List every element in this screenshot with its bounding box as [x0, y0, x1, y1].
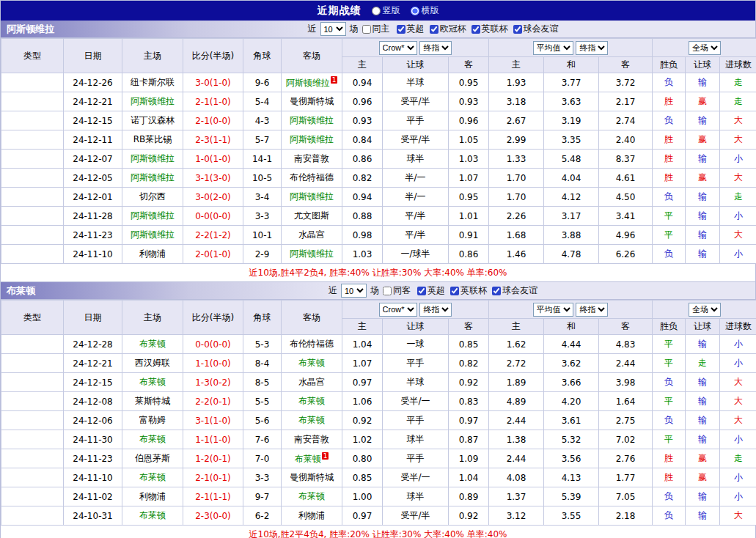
competition-checkbox[interactable] [450, 287, 459, 295]
away-team[interactable]: 尤文图斯 [294, 210, 329, 221]
home-team[interactable]: 布莱顿 [139, 472, 166, 482]
matches-tbody: 英超24-12-26纽卡斯尔联3-0(1-0)9-6阿斯顿维拉10.94半球0.… [1, 73, 756, 264]
same-venue-filter[interactable]: 同客 [383, 284, 411, 297]
layout-horizontal-option[interactable]: 横版 [411, 4, 439, 17]
competition-filter[interactable]: 欧冠杯 [430, 23, 466, 35]
match-count-select[interactable]: 10 [341, 284, 367, 298]
euro-draw-odds: 4.12 [544, 188, 599, 207]
euro-final-odds-select[interactable]: 终指 [576, 303, 608, 317]
result-handicap: 输 [686, 487, 720, 506]
away-team[interactable]: 利物浦 [298, 510, 325, 520]
corner-score: 5-4 [243, 92, 282, 111]
euro-odds-header: 平均值 终指 [489, 39, 653, 57]
asia-final-odds-select[interactable]: 终指 [419, 41, 452, 55]
home-team[interactable]: 纽卡斯尔联 [131, 77, 175, 87]
home-team[interactable]: 切尔西 [139, 191, 166, 202]
away-team[interactable]: 水晶宫 [298, 377, 325, 387]
home-team[interactable]: 阿斯顿维拉 [131, 153, 175, 163]
competition-checkbox[interactable] [513, 25, 522, 34]
home-team[interactable]: 西汉姆联 [135, 358, 170, 368]
away-team[interactable]: 南安普敦 [294, 153, 329, 163]
away-team-cell: 尤文图斯 [282, 207, 342, 226]
result-goals: 大 [720, 169, 756, 188]
away-team[interactable]: 阿斯顿维拉 [290, 115, 334, 125]
away-team[interactable]: 布莱顿 [295, 454, 321, 464]
away-team[interactable]: 布伦特福德 [290, 172, 334, 183]
home-team[interactable]: 布莱顿 [139, 339, 166, 349]
filter-controls: 近 10 场 同客 英超英联杯球会友谊 [111, 284, 755, 298]
away-team[interactable]: 布伦特福德 [290, 339, 334, 349]
home-team[interactable]: 布莱顿 [139, 434, 166, 444]
competition-filter[interactable]: 英超 [417, 284, 445, 297]
same-venue-filter[interactable]: 同主 [362, 23, 390, 35]
col-euro-draw: 和 [544, 319, 599, 335]
away-team-cell: 水晶宫 [282, 373, 342, 392]
competition-filter[interactable]: 英联杯 [450, 284, 487, 297]
competition-filter[interactable]: 英联杯 [471, 23, 508, 35]
result-wdl: 负 [653, 188, 686, 207]
competition-checkbox[interactable] [492, 287, 501, 295]
away-team[interactable]: 阿斯顿维拉 [290, 191, 334, 202]
average-odds-select[interactable]: 平均值 [533, 41, 573, 55]
bookmaker-select[interactable]: Crow* [379, 303, 417, 317]
away-team[interactable]: 曼彻斯特城 [290, 96, 334, 106]
euro-away-odds: 7.05 [599, 487, 653, 506]
home-team[interactable]: 阿斯顿维拉 [131, 229, 175, 240]
competition-filter[interactable]: 英超 [397, 23, 425, 35]
away-team[interactable]: 阿斯顿维拉 [290, 248, 334, 259]
match-row: 英联杯24-10-31布莱顿2-3(0-0)6-2利物浦0.97受平/半0.92… [1, 506, 756, 526]
bookmaker-select[interactable]: Crow* [379, 41, 417, 55]
home-team[interactable]: RB莱比锡 [133, 134, 172, 144]
same-venue-checkbox[interactable] [362, 25, 371, 34]
home-team[interactable]: 阿斯顿维拉 [131, 96, 175, 106]
competition-filter[interactable]: 球会友谊 [492, 284, 537, 297]
result-goals: 小 [720, 150, 756, 169]
competition-checkbox[interactable] [430, 25, 438, 34]
match-date: 24-11-23 [64, 449, 122, 468]
asia-home-odds: 0.86 [342, 150, 383, 169]
competition-checkbox[interactable] [471, 25, 480, 34]
scope-select[interactable]: 全场 [689, 41, 721, 55]
match-count-select[interactable]: 10 [320, 22, 346, 36]
away-team[interactable]: 阿斯顿维拉 [286, 78, 330, 88]
match-score: 1-0(1-0) [183, 150, 243, 169]
layout-vertical-radio[interactable] [372, 7, 381, 15]
euro-draw-odds: 4.44 [544, 335, 599, 354]
euro-final-odds-select[interactable]: 终指 [576, 41, 608, 55]
col-corner: 角球 [243, 301, 282, 335]
layout-vertical-option[interactable]: 竖版 [372, 4, 400, 17]
competition-checkbox[interactable] [417, 287, 426, 295]
away-team[interactable]: 布莱顿 [298, 415, 325, 425]
euro-odds-header: 平均值 终指 [489, 301, 653, 319]
average-odds-select[interactable]: 平均值 [533, 303, 573, 317]
away-team[interactable]: 阿斯顿维拉 [290, 134, 334, 144]
away-team[interactable]: 南安普敦 [294, 434, 329, 444]
competition-checkbox[interactable] [397, 25, 405, 34]
euro-home-odds: 1.38 [489, 430, 544, 449]
home-team[interactable]: 利物浦 [139, 248, 166, 259]
home-team[interactable]: 莱斯特城 [135, 396, 170, 406]
asia-home-odds: 1.02 [342, 430, 383, 449]
away-team[interactable]: 布莱顿 [298, 491, 325, 501]
away-team[interactable]: 曼彻斯特城 [290, 472, 334, 482]
col-euro-home: 主 [489, 319, 544, 335]
scope-select[interactable]: 全场 [689, 303, 721, 317]
section-header-bar: 阿斯顿维拉 近 10 场 同主 英超欧冠杯英联杯球会友谊 [1, 21, 755, 38]
layout-horizontal-radio[interactable] [411, 7, 419, 15]
home-team[interactable]: 伯恩茅斯 [135, 453, 170, 463]
away-team[interactable]: 布莱顿 [298, 358, 325, 368]
home-team[interactable]: 利物浦 [139, 491, 166, 501]
home-team[interactable]: 富勒姆 [139, 415, 166, 425]
away-team[interactable]: 布莱顿 [298, 396, 325, 406]
away-team[interactable]: 水晶宫 [298, 229, 325, 240]
asia-final-odds-select[interactable]: 终指 [419, 303, 452, 317]
match-score: 2-2(0-1) [183, 392, 243, 411]
home-team[interactable]: 布莱顿 [139, 377, 166, 387]
same-venue-checkbox[interactable] [383, 287, 392, 295]
home-team[interactable]: 诺丁汉森林 [131, 115, 175, 125]
match-date: 24-12-15 [64, 111, 122, 130]
home-team[interactable]: 阿斯顿维拉 [131, 210, 175, 221]
home-team[interactable]: 阿斯顿维拉 [131, 172, 175, 183]
competition-filter[interactable]: 球会友谊 [513, 23, 559, 35]
home-team[interactable]: 布莱顿 [139, 510, 166, 520]
